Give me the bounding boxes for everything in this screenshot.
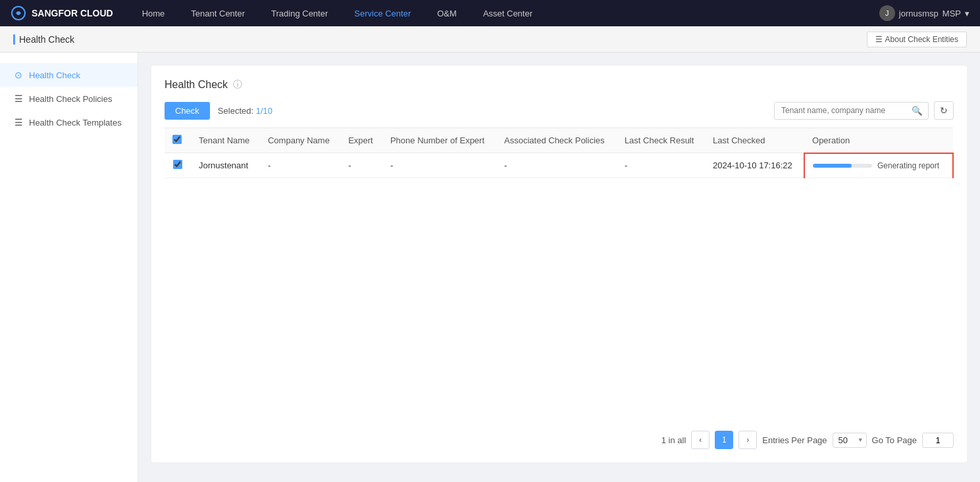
top-navigation: SANGFOR CLOUD Home Tenant Center Trading…: [0, 0, 980, 26]
cell-associated-policies: -: [496, 153, 617, 178]
table-header-row: Tenant Name Company Name Expert Phone Nu…: [165, 128, 953, 153]
select-all-checkbox[interactable]: [172, 135, 182, 144]
th-last-checked: Last Checked: [705, 128, 804, 153]
sidebar-item-health-check-policies[interactable]: ☰ Health Check Policies: [0, 87, 138, 110]
search-button[interactable]: 🔍: [906, 103, 928, 119]
cell-phone-number: -: [382, 153, 496, 178]
breadcrumb-title: Health Check: [13, 34, 74, 45]
page-title: Health Check: [165, 79, 228, 91]
th-tenant-name: Tenant Name: [191, 128, 260, 153]
breadcrumb-text: Health Check: [19, 34, 74, 45]
check-button[interactable]: Check: [165, 102, 210, 120]
entries-select-wrapper: 50 100 200: [833, 433, 867, 448]
about-check-entities-button[interactable]: ☰ About Check Entities: [867, 32, 967, 47]
breadcrumb-bar: Health Check ☰ About Check Entities: [0, 26, 980, 53]
nav-items: Home Tenant Center Trading Center Servic…: [140, 9, 879, 18]
pagination-total: 1 in all: [661, 435, 686, 445]
selected-info: Selected: 1/10: [218, 106, 272, 116]
logo-icon: [11, 5, 26, 21]
nav-service-center[interactable]: Service Center: [351, 9, 413, 18]
pagination-bar: 1 in all ‹ 1 › Entries Per Page 50 100 2…: [165, 431, 954, 449]
cell-company-name: -: [260, 153, 340, 178]
toolbar-left: Check Selected: 1/10: [165, 102, 272, 120]
user-name: jornusmsp: [899, 9, 939, 18]
search-input[interactable]: [775, 103, 906, 118]
sidebar-item-templates-label: Health Check Templates: [29, 118, 122, 128]
th-associated-policies: Associated Check Policies: [496, 128, 617, 153]
sidebar-item-health-check[interactable]: ⊙ Health Check: [0, 63, 138, 87]
health-check-table: Tenant Name Company Name Expert Phone Nu…: [165, 128, 954, 178]
page-title-area: Health Check ⓘ: [165, 79, 954, 91]
health-check-templates-icon: ☰: [13, 117, 24, 128]
logo: SANGFOR CLOUD: [11, 5, 113, 21]
progress-container: Generating report: [813, 161, 944, 170]
progress-bar: [813, 164, 872, 168]
table-body: Jornustenant - - - - - 2024-10-10 17:16:…: [165, 153, 953, 178]
sidebar-item-health-check-label: Health Check: [29, 70, 80, 80]
nav-asset-center[interactable]: Asset Center: [480, 9, 535, 18]
goto-page-input[interactable]: [922, 433, 954, 448]
health-check-policies-icon: ☰: [13, 93, 24, 104]
user-dropdown-icon[interactable]: ▾: [965, 9, 969, 18]
generating-text: Generating report: [877, 161, 939, 170]
about-btn-icon: ☰: [875, 35, 883, 44]
sidebar: ⊙ Health Check ☰ Health Check Policies ☰…: [0, 53, 138, 482]
row-checkbox-cell: [165, 153, 191, 178]
cell-tenant-name: Jornustenant: [191, 153, 260, 178]
sidebar-item-policies-label: Health Check Policies: [29, 94, 112, 104]
cell-expert: -: [340, 153, 382, 178]
th-expert: Expert: [340, 128, 382, 153]
pagination-prev[interactable]: ‹: [691, 431, 709, 449]
th-checkbox: [165, 128, 191, 153]
user-avatar: J: [879, 5, 895, 21]
refresh-button[interactable]: ↻: [934, 101, 954, 120]
health-check-icon: ⊙: [13, 70, 24, 80]
nav-trading-center[interactable]: Trading Center: [269, 9, 330, 18]
nav-tenant-center[interactable]: Tenant Center: [188, 9, 247, 18]
info-icon[interactable]: ⓘ: [233, 79, 242, 91]
cell-last-checked: 2024-10-10 17:16:22: [705, 153, 804, 178]
toolbar-right: 🔍 ↻: [774, 101, 954, 120]
cell-last-check-result: -: [617, 153, 705, 178]
pagination-page-1[interactable]: 1: [715, 431, 733, 449]
logo-text: SANGFOR CLOUD: [32, 8, 113, 18]
cell-operation: Generating report: [804, 153, 953, 178]
user-area: J jornusmsp MSP ▾: [879, 5, 969, 21]
table-row: Jornustenant - - - - - 2024-10-10 17:16:…: [165, 153, 953, 178]
main-layout: ⊙ Health Check ☰ Health Check Policies ☰…: [0, 53, 980, 482]
entries-per-page-label: Entries Per Page: [762, 435, 827, 445]
goto-label: Go To Page: [872, 435, 917, 445]
entries-per-page-select[interactable]: 50 100 200: [833, 433, 867, 448]
th-last-check-result: Last Check Result: [617, 128, 705, 153]
search-box: 🔍: [774, 102, 929, 120]
toolbar: Check Selected: 1/10 🔍 ↻: [165, 101, 954, 120]
nav-home[interactable]: Home: [140, 9, 168, 18]
th-phone-number: Phone Number of Expert: [382, 128, 496, 153]
pagination-next[interactable]: ›: [738, 431, 757, 449]
sidebar-item-health-check-templates[interactable]: ☰ Health Check Templates: [0, 110, 138, 134]
nav-om[interactable]: O&M: [434, 9, 459, 18]
selected-count: 1/10: [256, 106, 272, 116]
about-btn-label: About Check Entities: [885, 35, 958, 44]
selected-label: Selected:: [218, 106, 253, 116]
content-card: Health Check ⓘ Check Selected: 1/10 🔍: [151, 66, 967, 462]
progress-fill: [813, 164, 852, 168]
content-area: Health Check ⓘ Check Selected: 1/10 🔍: [138, 53, 980, 482]
th-company-name: Company Name: [260, 128, 340, 153]
th-operation: Operation: [804, 128, 953, 153]
row-checkbox[interactable]: [173, 160, 182, 169]
user-role: MSP: [942, 9, 961, 18]
